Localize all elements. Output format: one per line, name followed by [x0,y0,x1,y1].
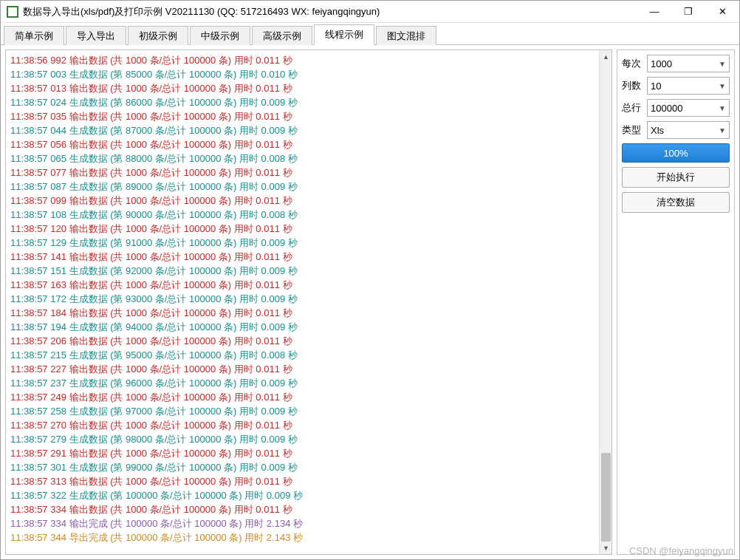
log-line: 11:38:57 013 输出数据 (共 1000 条/总计 100000 条)… [10,81,595,95]
log-line: 11:38:57 322 生成数据 (第 100000 条/总计 100000 … [10,488,595,502]
log-line: 11:38:57 334 输出数据 (共 1000 条/总计 100000 条)… [10,502,595,516]
label-per: 每次 [622,57,644,70]
log-line: 11:38:57 087 生成数据 (第 89000 条/总计 100000 条… [10,180,595,194]
chevron-down-icon: ▼ [719,104,726,112]
select-rows[interactable]: 100000 ▼ [647,99,730,117]
log-line: 11:38:57 249 输出数据 (共 1000 条/总计 100000 条)… [10,390,595,404]
select-cols[interactable]: 10 ▼ [647,77,730,95]
body-area: 11:38:56 992 输出数据 (共 1000 条/总计 100000 条)… [1,45,739,559]
row-rows: 总行 100000 ▼ [622,99,730,117]
select-type[interactable]: Xls ▼ [647,121,730,139]
log-line: 11:38:57 270 输出数据 (共 1000 条/总计 100000 条)… [10,418,595,432]
select-per[interactable]: 1000 ▼ [647,55,730,72]
log-line: 11:38:57 163 输出数据 (共 1000 条/总计 100000 条)… [10,278,595,292]
row-type: 类型 Xls ▼ [622,121,730,139]
tabbar: 简单示例导入导出初级示例中级示例高级示例线程示例图文混排 [1,23,739,45]
progress-text: 100% [663,148,688,159]
log-line: 11:38:57 194 生成数据 (第 94000 条/总计 100000 条… [10,320,595,334]
log-line: 11:38:57 237 生成数据 (第 96000 条/总计 100000 条… [10,376,595,390]
log-line: 11:38:57 151 生成数据 (第 92000 条/总计 100000 条… [10,264,595,278]
tab-3[interactable]: 中级示例 [190,26,250,45]
log-line: 11:38:57 044 生成数据 (第 87000 条/总计 100000 条… [10,123,595,137]
chevron-down-icon: ▼ [719,126,726,134]
select-per-value: 1000 [651,58,672,69]
log-line: 11:38:57 141 输出数据 (共 1000 条/总计 100000 条)… [10,250,595,264]
log-line: 11:38:57 024 生成数据 (第 86000 条/总计 100000 条… [10,95,595,109]
tab-5[interactable]: 线程示例 [314,24,374,45]
tab-2[interactable]: 初级示例 [128,26,188,45]
label-type: 类型 [622,123,644,137]
select-type-value: Xls [651,125,664,136]
clear-button-label: 清空数据 [657,196,695,209]
app-icon [7,6,18,18]
scroll-up-icon[interactable]: ▲ [600,50,612,63]
log-line: 11:38:57 077 输出数据 (共 1000 条/总计 100000 条)… [10,165,595,180]
log-line: 11:38:57 108 生成数据 (第 90000 条/总计 100000 条… [10,208,595,222]
select-rows-value: 100000 [651,103,682,114]
log-line: 11:38:57 258 生成数据 (第 97000 条/总计 100000 条… [10,404,595,418]
minimize-button[interactable]: — [637,1,671,23]
log-line: 11:38:57 120 输出数据 (共 1000 条/总计 100000 条)… [10,222,595,236]
scrollbar-thumb[interactable] [601,453,611,542]
log-line: 11:38:57 206 输出数据 (共 1000 条/总计 100000 条)… [10,334,595,348]
log-line: 11:38:57 099 输出数据 (共 1000 条/总计 100000 条)… [10,194,595,208]
log-line: 11:38:57 301 生成数据 (第 99000 条/总计 100000 条… [10,460,595,474]
row-cols: 列数 10 ▼ [622,77,730,95]
log-line: 11:38:57 215 生成数据 (第 95000 条/总计 100000 条… [10,348,595,362]
window-buttons: — ❐ ✕ [637,1,739,23]
scroll-down-icon[interactable]: ▼ [600,542,612,554]
log-line: 11:38:57 291 输出数据 (共 1000 条/总计 100000 条)… [10,446,595,460]
restore-button[interactable]: ❐ [671,1,705,23]
start-button-label: 开始执行 [657,171,695,184]
row-per: 每次 1000 ▼ [622,55,730,72]
close-button[interactable]: ✕ [705,1,739,23]
progress-bar: 100% [622,143,730,163]
select-cols-value: 10 [651,81,661,92]
log-line: 11:38:57 172 生成数据 (第 93000 条/总计 100000 条… [10,292,595,306]
tab-6[interactable]: 图文混排 [376,26,436,45]
app-window: 数据导入导出(xls/pdf)及打印示例 V20211130 (QQ: 5172… [0,0,740,560]
log-panel: 11:38:56 992 输出数据 (共 1000 条/总计 100000 条)… [5,49,612,555]
log-line: 11:38:57 344 导出完成 (共 100000 条/总计 100000 … [10,530,595,544]
start-button[interactable]: 开始执行 [622,167,730,188]
chevron-down-icon: ▼ [719,82,726,90]
log-line: 11:38:57 056 输出数据 (共 1000 条/总计 100000 条)… [10,137,595,151]
log-line: 11:38:57 003 生成数据 (第 85000 条/总计 100000 条… [10,67,595,81]
log-line: 11:38:56 992 输出数据 (共 1000 条/总计 100000 条)… [10,53,595,67]
chevron-down-icon: ▼ [719,60,726,68]
log-line: 11:38:57 184 输出数据 (共 1000 条/总计 100000 条)… [10,306,595,320]
label-cols: 列数 [622,79,644,92]
label-rows: 总行 [622,101,644,115]
log-line: 11:38:57 065 生成数据 (第 88000 条/总计 100000 条… [10,151,595,165]
settings-panel: 每次 1000 ▼ 列数 10 ▼ 总行 100000 ▼ [617,49,735,555]
log-line: 11:38:57 279 生成数据 (第 98000 条/总计 100000 条… [10,432,595,446]
tab-0[interactable]: 简单示例 [4,26,64,45]
log-line: 11:38:57 227 输出数据 (共 1000 条/总计 100000 条)… [10,362,595,376]
vertical-scrollbar[interactable]: ▲ ▼ [599,50,611,554]
log-line: 11:38:57 334 输出完成 (共 100000 条/总计 100000 … [10,516,595,530]
tab-1[interactable]: 导入导出 [66,26,126,45]
log-text-area[interactable]: 11:38:56 992 输出数据 (共 1000 条/总计 100000 条)… [6,50,599,554]
log-line: 11:38:57 035 输出数据 (共 1000 条/总计 100000 条)… [10,109,595,123]
window-title: 数据导入导出(xls/pdf)及打印示例 V20211130 (QQ: 5172… [23,5,637,18]
clear-button[interactable]: 清空数据 [622,192,730,213]
log-line: 11:38:57 313 输出数据 (共 1000 条/总计 100000 条)… [10,474,595,488]
tab-4[interactable]: 高级示例 [252,26,312,45]
log-line: 11:38:57 129 生成数据 (第 91000 条/总计 100000 条… [10,236,595,250]
titlebar: 数据导入导出(xls/pdf)及打印示例 V20211130 (QQ: 5172… [1,1,739,23]
